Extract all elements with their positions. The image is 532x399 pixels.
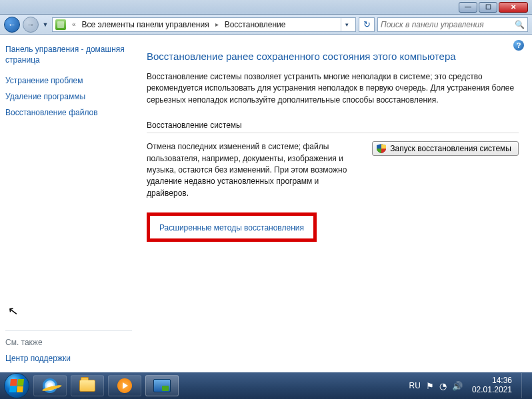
sidebar-link-file-recovery[interactable]: Восстановление файлов [5, 108, 128, 117]
windows-logo-icon [9, 379, 24, 392]
see-also-action-center[interactable]: Центр поддержки [5, 354, 132, 363]
taskbar-explorer[interactable] [71, 375, 104, 396]
show-desktop-button[interactable] [521, 373, 528, 398]
address-bar[interactable]: « Все элементы панели управления ▸ Восст… [52, 17, 356, 32]
control-panel-task-icon [153, 379, 171, 392]
sidebar-link-uninstall[interactable]: Удаление программы [5, 92, 128, 101]
advanced-recovery-link[interactable]: Расширенные методы восстановления [159, 223, 304, 232]
search-icon[interactable]: 🔍 [515, 20, 525, 29]
control-panel-home-link[interactable]: Панель управления - домашняя страница [5, 44, 128, 65]
search-input[interactable] [381, 20, 515, 29]
navigation-bar: ← → ▼ « Все элементы панели управления ▸… [0, 15, 532, 35]
taskbar: RU ⚑ ◔ 🔊 14:36 02.01.2021 [0, 372, 532, 399]
main-pane: ? Восстановление ранее сохраненного сост… [133, 35, 532, 372]
restore-description: Отмена последних изменений в системе; фа… [147, 141, 359, 199]
history-dropdown[interactable]: ▼ [41, 18, 49, 31]
page-description: Восстановление системы позволяет устрани… [147, 71, 519, 106]
folder-icon [79, 380, 95, 392]
highlighted-box: Расширенные методы восстановления [147, 212, 317, 242]
minimize-button[interactable]: — [459, 2, 477, 13]
clock[interactable]: 14:36 02.01.2021 [472, 376, 512, 395]
back-button[interactable]: ← [4, 17, 20, 33]
taskbar-media-player[interactable] [108, 375, 141, 396]
sidebar: Панель управления - домашняя страница Ус… [0, 35, 133, 372]
start-system-restore-button[interactable]: Запуск восстановления системы [372, 141, 519, 156]
uac-shield-icon [377, 144, 386, 153]
search-box[interactable]: 🔍 [377, 17, 528, 32]
window-titlebar: — ☐ ✕ [0, 0, 532, 15]
breadcrumb-sep-icon: « [70, 21, 78, 28]
section-heading: Восстановление системы [147, 121, 519, 133]
network-icon[interactable]: ◔ [439, 381, 447, 391]
action-center-icon[interactable]: ⚑ [426, 381, 434, 391]
see-also-label: См. также [5, 338, 132, 347]
system-tray: RU ⚑ ◔ 🔊 14:36 02.01.2021 [409, 373, 528, 398]
breadcrumb-sep-icon: ▸ [213, 21, 221, 28]
restore-button-label: Запуск восстановления системы [390, 144, 511, 153]
see-also-panel: См. также Центр поддержки [5, 330, 132, 363]
media-player-icon [117, 378, 132, 393]
forward-button[interactable]: → [23, 17, 39, 33]
taskbar-ie[interactable] [33, 375, 67, 396]
refresh-button[interactable]: ↻ [359, 17, 375, 32]
address-dropdown[interactable]: ▾ [341, 18, 353, 31]
help-icon[interactable]: ? [513, 40, 524, 51]
ie-icon [43, 378, 57, 393]
control-panel-icon [55, 19, 66, 30]
content-area: Панель управления - домашняя страница Ус… [0, 35, 532, 372]
clock-date: 02.01.2021 [472, 386, 512, 395]
language-indicator[interactable]: RU [409, 381, 421, 390]
start-button[interactable] [4, 373, 29, 398]
page-title: Восстановление ранее сохраненного состоя… [147, 51, 519, 62]
breadcrumb-current[interactable]: Восстановление [225, 20, 286, 29]
sidebar-link-troubleshoot[interactable]: Устранение проблем [5, 76, 128, 85]
maximize-button[interactable]: ☐ [479, 2, 497, 13]
volume-icon[interactable]: 🔊 [452, 381, 463, 391]
clock-time: 14:36 [472, 376, 512, 386]
close-button[interactable]: ✕ [499, 2, 528, 13]
taskbar-control-panel[interactable] [145, 375, 179, 396]
breadcrumb-root[interactable]: Все элементы панели управления [82, 20, 209, 29]
